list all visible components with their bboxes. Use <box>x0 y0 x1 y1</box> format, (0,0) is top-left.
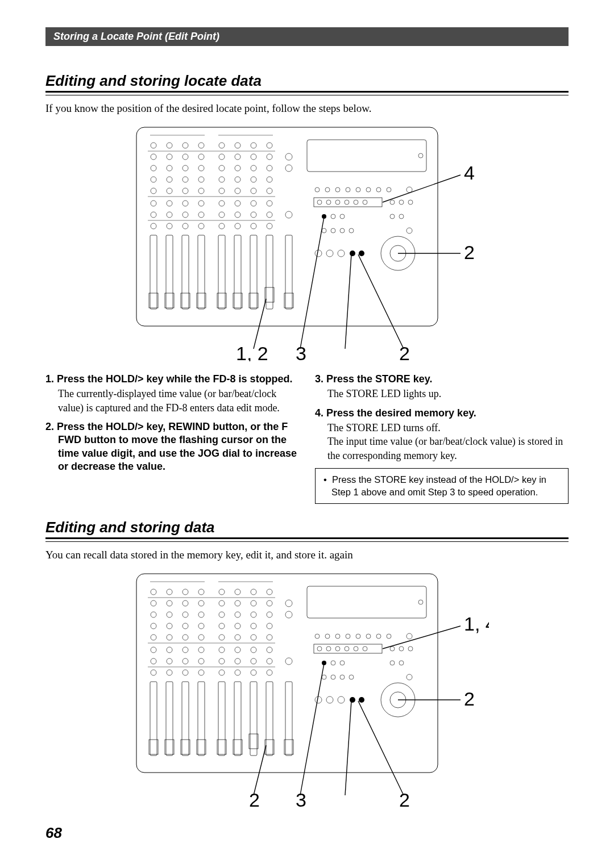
svg-point-198 <box>167 670 172 675</box>
diagram1-wrap: 4 2 1, 2 3 2 <box>45 123 569 361</box>
svg-point-31 <box>198 177 204 182</box>
svg-point-27 <box>267 165 272 171</box>
svg-point-149 <box>182 600 188 606</box>
svg-point-261 <box>338 696 345 703</box>
svg-point-243 <box>363 646 367 651</box>
svg-point-183 <box>198 647 204 653</box>
svg-point-39 <box>198 188 204 194</box>
svg-point-93 <box>315 187 320 192</box>
svg-point-199 <box>182 670 188 675</box>
svg-point-233 <box>366 634 371 639</box>
svg-point-191 <box>198 658 204 664</box>
svg-point-29 <box>167 177 172 182</box>
svg-point-47 <box>182 201 188 206</box>
svg-point-37 <box>167 188 172 194</box>
svg-point-162 <box>267 612 272 617</box>
svg-point-107 <box>354 200 358 205</box>
svg-point-232 <box>356 634 360 639</box>
svg-point-58 <box>235 212 240 218</box>
svg-point-231 <box>346 634 350 639</box>
svg-point-242 <box>354 646 358 651</box>
svg-point-101 <box>406 187 412 193</box>
svg-point-126 <box>338 250 345 257</box>
svg-point-190 <box>182 658 188 664</box>
mixer-diagram-2: 1, 4 2 2 3 2 <box>125 569 489 808</box>
svg-point-241 <box>345 646 349 651</box>
svg-point-155 <box>151 612 156 617</box>
svg-point-158 <box>198 612 204 617</box>
svg-point-20 <box>151 165 156 171</box>
svg-point-5 <box>182 143 188 148</box>
step1-body: The currently-displayed time value (or b… <box>58 387 299 415</box>
svg-point-170 <box>267 623 272 629</box>
svg-point-52 <box>267 201 272 206</box>
svg-point-24 <box>219 165 225 171</box>
svg-point-177 <box>251 635 256 640</box>
step3-body: The STORE LED lights up. <box>327 387 569 400</box>
svg-point-26 <box>251 165 256 171</box>
note-text: Press the STORE key instead of the HOLD/… <box>331 474 546 497</box>
svg-point-263 <box>359 697 364 703</box>
svg-point-104 <box>326 200 331 205</box>
svg-point-54 <box>167 212 172 218</box>
svg-point-48 <box>198 201 204 206</box>
step4-head: 4. Press the desired memory key. <box>315 407 569 420</box>
svg-point-17 <box>235 154 240 160</box>
svg-point-36 <box>151 188 156 194</box>
step3-head: 3. Press the STORE key. <box>315 373 569 386</box>
svg-point-195 <box>267 658 272 664</box>
svg-point-147 <box>151 600 156 606</box>
svg-point-203 <box>251 670 256 675</box>
svg-point-60 <box>267 212 272 218</box>
section1-title: Editing and storing locate data <box>45 72 569 90</box>
svg-point-105 <box>335 200 340 205</box>
svg-point-172 <box>167 635 172 640</box>
svg-point-92 <box>418 153 423 158</box>
svg-point-186 <box>251 647 256 653</box>
svg-point-65 <box>198 223 204 229</box>
svg-point-254 <box>340 675 345 679</box>
header-title: Storing a Locate Point (Edit Point) <box>53 31 219 42</box>
svg-point-22 <box>182 165 188 171</box>
svg-point-125 <box>326 250 333 257</box>
svg-point-189 <box>167 658 172 664</box>
step2-head: 2. Press the HOLD/> key, REWIND button, … <box>45 420 299 474</box>
section1-left-col: 1. Press the HOLD/> key while the FD-8 i… <box>45 368 299 504</box>
svg-point-167 <box>219 623 225 629</box>
svg-point-59 <box>251 212 256 218</box>
svg-point-246 <box>408 646 413 651</box>
svg-point-55 <box>182 212 188 218</box>
svg-point-194 <box>251 658 256 664</box>
svg-point-156 <box>167 612 172 617</box>
svg-point-204 <box>267 670 272 675</box>
svg-point-187 <box>267 647 272 653</box>
svg-point-121 <box>406 228 412 233</box>
svg-point-103 <box>317 200 322 205</box>
svg-point-262 <box>350 697 355 703</box>
svg-point-18 <box>251 154 256 160</box>
svg-point-240 <box>335 646 340 651</box>
svg-point-45 <box>151 201 156 206</box>
svg-point-128 <box>359 251 364 256</box>
diagram2-wrap: 1, 4 2 2 3 2 <box>45 569 569 808</box>
svg-point-40 <box>219 188 225 194</box>
svg-point-113 <box>331 214 335 219</box>
svg-point-201 <box>219 670 225 675</box>
svg-point-95 <box>335 187 340 192</box>
svg-point-185 <box>235 647 240 653</box>
svg-point-165 <box>182 623 188 629</box>
svg-point-235 <box>387 634 391 639</box>
svg-point-114 <box>340 214 345 219</box>
svg-point-50 <box>235 201 240 206</box>
svg-point-4 <box>167 143 172 148</box>
svg-point-157 <box>182 612 188 617</box>
svg-point-227 <box>418 600 423 604</box>
svg-point-163 <box>151 623 156 629</box>
svg-point-181 <box>167 647 172 653</box>
callout-4: 4 <box>464 162 475 183</box>
svg-point-117 <box>322 228 326 233</box>
svg-point-176 <box>235 635 240 640</box>
svg-point-30 <box>182 177 188 182</box>
svg-point-66 <box>219 223 225 229</box>
svg-point-15 <box>198 154 204 160</box>
